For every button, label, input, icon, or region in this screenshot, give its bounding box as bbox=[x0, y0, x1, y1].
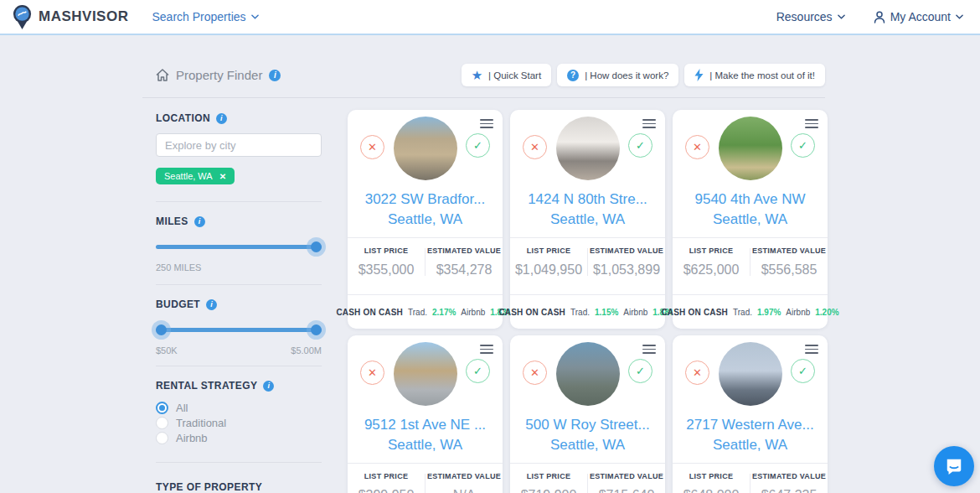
property-city-link[interactable]: Seattle, WA bbox=[348, 434, 503, 455]
estimated-value-label: ESTIMATED VALUE bbox=[750, 472, 828, 480]
mashvisor-pin-icon bbox=[12, 4, 33, 30]
check-icon: ✓ bbox=[798, 365, 807, 377]
accept-button[interactable]: ✓ bbox=[791, 133, 815, 158]
radio-all[interactable]: All bbox=[156, 402, 322, 414]
estimated-value: $1,053,899 bbox=[588, 262, 665, 278]
card-menu-icon[interactable] bbox=[480, 119, 493, 128]
list-price-label: LIST PRICE bbox=[348, 472, 425, 480]
reject-button[interactable]: ✕ bbox=[523, 361, 547, 385]
property-address-link[interactable]: 3022 SW Bradfor... bbox=[348, 190, 503, 209]
property-photo[interactable] bbox=[719, 342, 782, 406]
info-icon[interactable]: i bbox=[194, 216, 205, 227]
card-menu-icon[interactable] bbox=[805, 345, 818, 354]
nav-search-properties[interactable]: Search Properties bbox=[152, 10, 258, 23]
remove-tag-icon[interactable]: ✕ bbox=[219, 172, 226, 181]
info-icon[interactable]: i bbox=[263, 381, 274, 392]
nav-resources[interactable]: Resources bbox=[776, 10, 845, 23]
property-photo[interactable] bbox=[719, 117, 782, 180]
how-it-works-button[interactable]: ? | How does it work? bbox=[557, 64, 678, 86]
property-address-link[interactable]: 9512 1st Ave NE ... bbox=[348, 416, 503, 434]
property-photo[interactable] bbox=[556, 117, 620, 180]
make-most-button[interactable]: | Make the most out of it! bbox=[684, 64, 825, 86]
city-search-input[interactable] bbox=[156, 133, 322, 157]
chevron-down-icon bbox=[838, 14, 845, 19]
reject-button[interactable]: ✕ bbox=[523, 135, 547, 159]
chevron-down-icon bbox=[251, 14, 259, 19]
accept-button[interactable]: ✓ bbox=[466, 133, 490, 158]
top-navbar: MASHVISOR Search Properties Resources My… bbox=[0, 0, 980, 35]
budget-max-value: $5.00M bbox=[291, 345, 322, 355]
miles-label: MILES bbox=[156, 215, 188, 227]
page-title: Property Finder bbox=[176, 68, 262, 82]
property-photo[interactable] bbox=[394, 342, 457, 406]
estimated-value: $715,640 bbox=[588, 488, 665, 493]
cash-on-cash-label: CASH ON CASH bbox=[498, 308, 565, 317]
airbnb-label: Airbnb bbox=[623, 308, 647, 317]
info-icon[interactable]: i bbox=[269, 70, 281, 81]
chat-launcher-button[interactable] bbox=[934, 446, 974, 486]
header-divider bbox=[142, 97, 825, 98]
estimated-value-label: ESTIMATED VALUE bbox=[588, 246, 665, 255]
star-icon: ★ bbox=[472, 69, 482, 81]
budget-label: BUDGET bbox=[156, 298, 200, 310]
property-city-link[interactable]: Seattle, WA bbox=[510, 209, 665, 230]
reject-button[interactable]: ✕ bbox=[685, 361, 709, 385]
property-city-link[interactable]: Seattle, WA bbox=[348, 209, 503, 230]
property-city-link[interactable]: Seattle, WA bbox=[673, 434, 828, 455]
rental-strategy-label: RENTAL STRATEGY bbox=[156, 380, 257, 392]
check-icon: ✓ bbox=[473, 365, 482, 377]
property-city-link[interactable]: Seattle, WA bbox=[673, 209, 828, 230]
trad-value: 1.15% bbox=[595, 308, 618, 317]
estimated-value-label: ESTIMATED VALUE bbox=[588, 472, 665, 480]
budget-min-handle[interactable] bbox=[156, 324, 167, 335]
estimated-value: $647,335 bbox=[750, 488, 828, 493]
list-price-label: LIST PRICE bbox=[348, 246, 425, 255]
property-photo[interactable] bbox=[556, 342, 620, 406]
property-address-link[interactable]: 500 W Roy Street... bbox=[510, 416, 665, 434]
property-photo[interactable] bbox=[394, 117, 457, 180]
list-price-label: LIST PRICE bbox=[510, 246, 587, 255]
property-address-link[interactable]: 1424 N 80th Stre... bbox=[510, 190, 665, 209]
list-price-label: LIST PRICE bbox=[510, 472, 587, 480]
location-label: LOCATION bbox=[156, 112, 210, 124]
trad-value: 2.17% bbox=[432, 308, 456, 317]
nav-my-account[interactable]: My Account bbox=[874, 10, 963, 23]
property-city-link[interactable]: Seattle, WA bbox=[510, 434, 665, 455]
card-menu-icon[interactable] bbox=[642, 345, 656, 354]
accept-button[interactable]: ✓ bbox=[628, 359, 652, 383]
card-menu-icon[interactable] bbox=[642, 119, 656, 128]
estimated-value: N/A bbox=[426, 488, 503, 493]
user-icon bbox=[874, 11, 885, 23]
cash-on-cash-label: CASH ON CASH bbox=[336, 308, 403, 317]
miles-slider-handle[interactable] bbox=[311, 241, 322, 252]
reject-button[interactable]: ✕ bbox=[360, 135, 384, 159]
reject-button[interactable]: ✕ bbox=[360, 361, 384, 385]
mashvisor-logo[interactable]: MASHVISOR bbox=[12, 4, 128, 30]
check-icon: ✓ bbox=[473, 139, 482, 152]
location-tag: Seattle, WA ✕ bbox=[156, 168, 235, 184]
lightning-icon bbox=[694, 69, 704, 81]
accept-button[interactable]: ✓ bbox=[466, 359, 490, 383]
check-icon: ✓ bbox=[636, 139, 645, 152]
list-price-value: $355,000 bbox=[348, 262, 425, 278]
miles-slider bbox=[156, 241, 322, 252]
accept-button[interactable]: ✓ bbox=[628, 133, 652, 158]
quick-start-button[interactable]: ★ | Quick Start bbox=[462, 64, 552, 86]
budget-max-handle[interactable] bbox=[311, 324, 322, 335]
home-icon bbox=[156, 69, 169, 81]
accept-button[interactable]: ✓ bbox=[791, 359, 815, 383]
info-icon[interactable]: i bbox=[206, 299, 217, 310]
radio-traditional[interactable]: Traditional bbox=[156, 417, 322, 429]
estimated-value-label: ESTIMATED VALUE bbox=[426, 472, 503, 480]
property-address-link[interactable]: 2717 Western Ave... bbox=[673, 416, 828, 434]
property-card: ✕ ✓ 9540 4th Ave NW Seattle, WA LIST PRI… bbox=[673, 110, 828, 329]
list-price-value: $719,900 bbox=[510, 488, 587, 493]
reject-button[interactable]: ✕ bbox=[685, 135, 709, 159]
card-menu-icon[interactable] bbox=[480, 345, 493, 354]
info-icon[interactable]: i bbox=[216, 113, 227, 124]
card-menu-icon[interactable] bbox=[805, 119, 818, 128]
check-icon: ✓ bbox=[636, 365, 645, 377]
radio-airbnb[interactable]: Airbnb bbox=[156, 432, 322, 444]
property-address-link[interactable]: 9540 4th Ave NW bbox=[673, 190, 828, 209]
chevron-down-icon bbox=[956, 14, 963, 19]
